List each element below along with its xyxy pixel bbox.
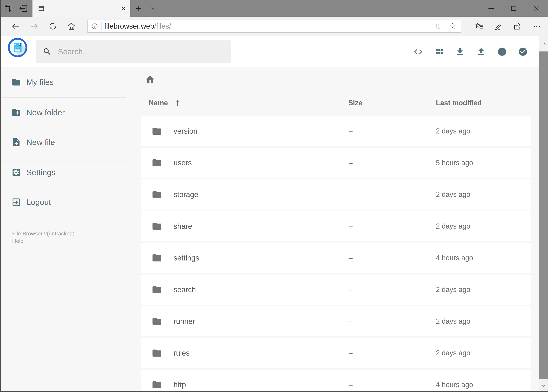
info-icon[interactable]	[492, 47, 512, 56]
sidebar-item-new-file[interactable]: New file	[0, 132, 137, 153]
sidebar-item-settings[interactable]: Settings	[0, 162, 137, 183]
folder-icon	[152, 284, 162, 295]
file-name: runner	[173, 317, 195, 326]
file-row[interactable]: version – 2 days ago	[141, 116, 531, 146]
refresh-button[interactable]	[46, 17, 60, 36]
upload-icon[interactable]	[471, 47, 492, 56]
forward-button[interactable]	[28, 17, 41, 36]
settings-menu-dots-icon[interactable]	[530, 17, 544, 36]
tab-title: .	[50, 5, 120, 12]
file-list: version – 2 days ago users – 5 hours ago…	[141, 116, 531, 392]
file-size: –	[349, 159, 353, 167]
tab-preview-chevron-icon[interactable]	[147, 0, 159, 17]
filebrowser-header	[0, 36, 548, 67]
sidebar-divider	[1, 97, 126, 98]
browser-titlebar: .	[0, 0, 548, 17]
file-row[interactable]: share – 2 days ago	[141, 211, 531, 241]
sidebar-item-logout[interactable]: Logout	[0, 191, 137, 213]
file-size: –	[349, 286, 353, 294]
breadcrumb-divider	[141, 90, 537, 90]
file-name: version	[173, 127, 198, 135]
folder-icon	[152, 221, 162, 231]
add-favorite-star-icon[interactable]	[448, 22, 457, 30]
grid-view-icon[interactable]	[429, 47, 450, 56]
url-host: filebrowser.web	[104, 22, 154, 30]
reading-view-icon[interactable]	[435, 22, 443, 30]
web-notes-pen-icon[interactable]	[492, 17, 505, 36]
file-modified: 4 hours ago	[436, 254, 473, 262]
page-favicon-icon	[37, 4, 45, 13]
file-size: –	[349, 349, 353, 357]
sidebar-item-label: Settings	[26, 168, 55, 177]
file-row[interactable]: search – 2 days ago	[141, 275, 531, 305]
favorites-hub-icon[interactable]	[472, 17, 486, 36]
tabs-set-aside-list-icon[interactable]	[1, 0, 15, 17]
page-scrollbar[interactable]	[539, 36, 548, 392]
file-name: storage	[173, 190, 198, 199]
window-maximize-button[interactable]	[506, 0, 522, 17]
sidebar-item-new-folder[interactable]: New folder	[0, 102, 137, 123]
sidebar-item-label: New folder	[26, 108, 65, 117]
file-name: search	[173, 286, 196, 294]
file-modified: 2 days ago	[436, 222, 470, 230]
logout-icon	[11, 197, 21, 207]
set-tabs-aside-icon[interactable]	[17, 0, 30, 17]
settings-icon	[11, 168, 21, 177]
scrollbar-thumb[interactable]	[539, 51, 548, 379]
select-multiple-check-icon[interactable]	[512, 47, 533, 56]
file-name: share	[173, 222, 192, 231]
new-tab-button[interactable]	[132, 0, 144, 17]
filebrowser-logo[interactable]	[8, 38, 28, 57]
app-version-text: File Browser v(untracked)	[12, 231, 75, 237]
folder-icon	[152, 316, 162, 327]
column-header-name[interactable]: Name	[149, 99, 168, 107]
folder-icon	[152, 126, 162, 136]
folder-icon	[152, 348, 162, 358]
url-path: /files/	[154, 22, 171, 30]
scrollbar-down-icon[interactable]	[539, 379, 548, 392]
back-button[interactable]	[9, 17, 22, 36]
tab-close-icon[interactable]	[120, 5, 127, 12]
file-row[interactable]: users – 5 hours ago	[141, 148, 531, 178]
search-bar[interactable]	[36, 40, 231, 63]
file-size: –	[349, 254, 353, 262]
file-modified: 2 days ago	[436, 349, 470, 357]
sort-ascending-arrow-icon[interactable]	[173, 98, 182, 107]
folder-icon	[152, 158, 162, 168]
help-link[interactable]: Help	[12, 238, 23, 244]
sidebar-item-label: New file	[26, 138, 55, 147]
file-row[interactable]: http – 4 hours ago	[141, 370, 531, 392]
home-button[interactable]	[65, 17, 78, 36]
file-modified: 5 hours ago	[436, 159, 473, 167]
file-modified: 2 days ago	[436, 127, 470, 135]
file-size: –	[349, 127, 353, 135]
sidebar-item-my-files[interactable]: My files	[0, 71, 137, 93]
file-row[interactable]: settings – 4 hours ago	[141, 243, 531, 273]
folder-icon	[11, 77, 21, 87]
breadcrumb-home-icon[interactable]	[145, 74, 155, 84]
file-name: settings	[173, 254, 199, 262]
window-border-left	[0, 0, 1, 392]
folder-icon	[152, 189, 162, 200]
window-minimize-button[interactable]	[483, 0, 499, 17]
file-name: users	[173, 159, 192, 167]
download-icon[interactable]	[450, 47, 471, 56]
folder-icon	[152, 379, 162, 390]
file-size: –	[349, 317, 353, 325]
column-header-size[interactable]: Size	[348, 99, 362, 107]
window-close-button[interactable]	[528, 0, 544, 17]
browser-navbar: filebrowser.web/files/	[0, 17, 548, 36]
scrollbar-up-icon[interactable]	[539, 36, 548, 51]
shell-command-icon[interactable]	[408, 47, 429, 56]
address-bar[interactable]: filebrowser.web/files/	[87, 20, 461, 33]
file-modified: 4 hours ago	[436, 381, 473, 389]
share-icon[interactable]	[511, 17, 524, 36]
column-header-modified[interactable]: Last modified	[436, 99, 482, 107]
file-row[interactable]: storage – 2 days ago	[141, 179, 531, 210]
file-modified: 2 days ago	[436, 190, 470, 199]
file-row[interactable]: runner – 2 days ago	[141, 306, 531, 336]
site-info-icon[interactable]	[90, 22, 99, 30]
browser-tab[interactable]: .	[33, 0, 130, 17]
file-row[interactable]: rules – 2 days ago	[141, 338, 531, 368]
search-input[interactable]	[57, 47, 225, 56]
